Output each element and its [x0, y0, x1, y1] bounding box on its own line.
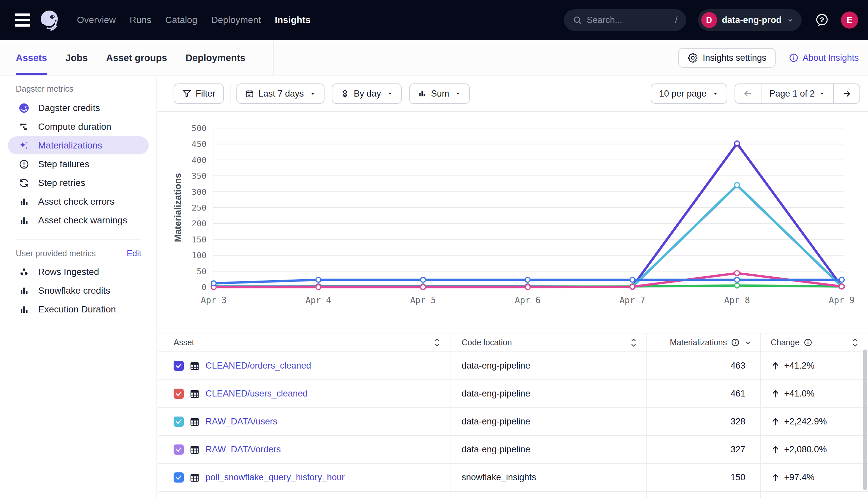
- nav-item-runs[interactable]: Runs: [129, 15, 151, 25]
- about-insights-link[interactable]: About Insights: [789, 53, 859, 63]
- next-page-button[interactable]: [833, 84, 859, 103]
- materializations-chart: 050100150200250300350400450500Apr 3Apr 4…: [158, 112, 868, 333]
- asset-cell: RAW_DATA/orders: [158, 436, 450, 463]
- org-name: data-eng-prod: [722, 15, 782, 25]
- sidebar-item-asset-check-errors[interactable]: Asset check errors: [0, 192, 156, 211]
- table-grid-icon: [190, 361, 200, 371]
- svg-text:500: 500: [192, 123, 206, 133]
- nav-item-catalog[interactable]: Catalog: [165, 15, 197, 25]
- user-avatar[interactable]: E: [841, 12, 858, 29]
- svg-text:Apr 3: Apr 3: [201, 295, 227, 305]
- sidebar-item-label: Asset check warnings: [38, 215, 127, 226]
- asset-link[interactable]: CLEANED/users_cleaned: [205, 389, 308, 399]
- scrollbar-thumb[interactable]: [863, 350, 867, 490]
- info-icon[interactable]: [731, 338, 740, 347]
- column-header-materializations[interactable]: Materializations: [647, 333, 760, 352]
- alert-circle-icon: [18, 159, 29, 170]
- insights-tab-bar: AssetsJobsAsset groupsDeployments Insigh…: [0, 40, 868, 76]
- tab-jobs[interactable]: Jobs: [65, 40, 88, 76]
- series-checkbox[interactable]: [174, 472, 184, 483]
- top-nav: OverviewRunsCatalogDeploymentInsights / …: [0, 0, 868, 40]
- per-page-button[interactable]: 10 per page: [651, 83, 727, 104]
- series-checkbox[interactable]: [174, 389, 184, 399]
- calendar-icon: [245, 89, 254, 98]
- info-icon[interactable]: [804, 338, 813, 347]
- tab-asset-groups[interactable]: Asset groups: [106, 40, 167, 76]
- table-row: RAW_DATA/usersdata-eng-pipeline328+2,242…: [158, 408, 868, 436]
- sidebar-item-snowflake-credits[interactable]: Snowflake credits: [0, 281, 156, 300]
- tab-assets[interactable]: Assets: [16, 40, 47, 76]
- granularity-button[interactable]: By day: [332, 83, 402, 104]
- help-icon[interactable]: ?: [815, 13, 829, 27]
- arrow-up-icon: [771, 473, 780, 482]
- hamburger-menu-icon[interactable]: [15, 13, 30, 27]
- bar-chart-icon: [18, 196, 29, 207]
- date-range-button[interactable]: Last 7 days: [237, 83, 324, 104]
- sidebar-item-materializations[interactable]: Materializations: [0, 136, 156, 155]
- column-header-change[interactable]: Change: [760, 333, 868, 352]
- search-input[interactable]: [587, 15, 671, 25]
- bar-chart-icon: [18, 304, 29, 315]
- asset-link[interactable]: RAW_DATA/users: [205, 417, 278, 427]
- code-location-cell: data-eng-pipeline: [450, 408, 647, 435]
- per-page-label: 10 per page: [659, 89, 706, 99]
- arrow-up-icon: [771, 361, 780, 370]
- sidebar-item-rows-ingested[interactable]: Rows Ingested: [0, 262, 156, 281]
- aggregation-button[interactable]: Sum: [409, 83, 470, 104]
- tabbar-divider: [273, 40, 273, 76]
- table-row: poll_snowflake_query_history_hoursnowfla…: [158, 464, 868, 492]
- sidebar-item-asset-check-warnings[interactable]: Asset check warnings: [0, 211, 156, 230]
- sort-toggle-icon[interactable]: [851, 338, 859, 348]
- sidebar-item-label: Execution Duration: [38, 304, 116, 315]
- nav-item-overview[interactable]: Overview: [77, 15, 116, 25]
- asset-cell: CLEANED/orders_cleaned: [158, 352, 450, 379]
- gear-icon: [688, 53, 698, 63]
- table-grid-icon: [190, 389, 200, 399]
- svg-text:300: 300: [192, 187, 206, 197]
- column-header-code-location[interactable]: Code location: [450, 333, 647, 352]
- sidebar-item-compute-duration[interactable]: Compute duration: [0, 117, 156, 136]
- sort-desc-icon[interactable]: [744, 338, 752, 347]
- materializations-value-cell: 328: [647, 408, 760, 435]
- sidebar-item-step-retries[interactable]: Step retries: [0, 173, 156, 192]
- nav-item-insights[interactable]: Insights: [275, 15, 311, 25]
- edit-metrics-link[interactable]: Edit: [127, 248, 141, 259]
- layers-icon: [340, 89, 349, 98]
- nav-item-deployment[interactable]: Deployment: [211, 15, 261, 25]
- asset-link[interactable]: RAW_DATA/orders: [205, 444, 281, 455]
- change-value: +2,242.9%: [784, 417, 827, 427]
- sidebar-item-label: Materializations: [38, 140, 102, 151]
- sparkles-icon: [18, 140, 29, 151]
- tab-deployments[interactable]: Deployments: [186, 40, 245, 76]
- filter-button[interactable]: Filter: [174, 83, 224, 104]
- svg-text:Apr 6: Apr 6: [515, 295, 540, 305]
- chart-svg: 050100150200250300350400450500Apr 3Apr 4…: [158, 112, 868, 333]
- table-row: CLEANED/orders_cleaneddata-eng-pipeline4…: [158, 352, 868, 380]
- primary-nav: OverviewRunsCatalogDeploymentInsights: [77, 15, 311, 25]
- asset-link[interactable]: poll_snowflake_query_history_hour: [205, 472, 345, 483]
- change-value: +41.2%: [784, 361, 814, 371]
- sidebar-item-execution-duration[interactable]: Execution Duration: [0, 300, 156, 319]
- arrow-up-icon: [771, 389, 780, 398]
- series-checkbox[interactable]: [174, 444, 184, 455]
- series-checkbox[interactable]: [174, 417, 184, 427]
- org-switcher[interactable]: D data-eng-prod: [698, 9, 802, 31]
- sidebar-item-dagster-credits[interactable]: Dagster credits: [0, 99, 156, 117]
- global-search[interactable]: /: [564, 9, 686, 31]
- column-header-asset[interactable]: Asset: [158, 333, 450, 352]
- materializations-value-cell: 150: [647, 464, 760, 491]
- chevron-down-icon: [787, 16, 794, 24]
- asset-link[interactable]: CLEANED/orders_cleaned: [205, 361, 311, 371]
- search-shortcut-hint: /: [675, 15, 678, 25]
- insights-settings-button[interactable]: Insights settings: [678, 48, 776, 68]
- sort-toggle-icon[interactable]: [433, 338, 441, 348]
- page-indicator[interactable]: Page 1 of 2: [761, 84, 833, 103]
- sort-toggle-icon[interactable]: [629, 338, 638, 348]
- tabs: AssetsJobsAsset groupsDeployments: [16, 40, 245, 76]
- prev-page-button[interactable]: [735, 84, 761, 103]
- series-checkbox[interactable]: [174, 361, 184, 371]
- sidebar-item-label: Rows Ingested: [38, 267, 99, 277]
- sidebar-item-step-failures[interactable]: Step failures: [0, 155, 156, 173]
- dagster-logo-icon[interactable]: [39, 9, 61, 31]
- table-header: AssetCode locationMaterializationsChange: [158, 333, 868, 352]
